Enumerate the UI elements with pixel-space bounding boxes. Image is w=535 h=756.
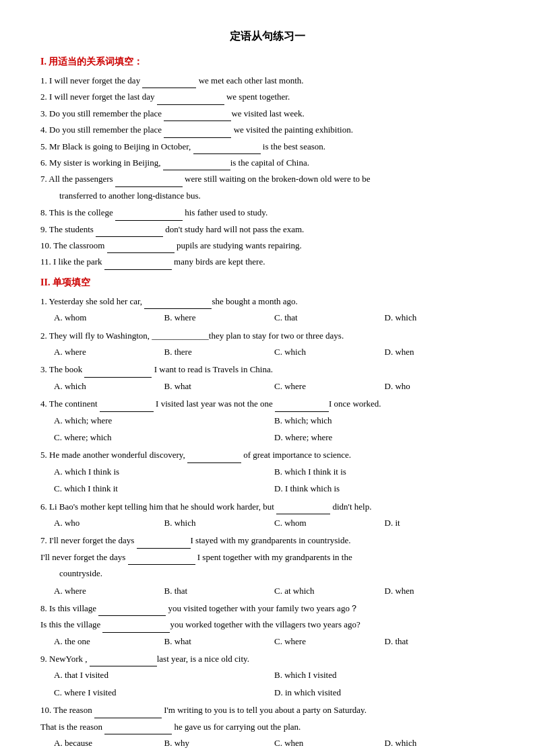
q2-5: 5. He made another wonderful discovery, … [40,447,495,496]
blank [128,555,195,565]
blank [193,145,261,154]
options-row: A. the one B. what C. where D. that [54,633,495,649]
options-row: C. where; which D. where; where [54,429,495,445]
q1-5: 5. Mr Black is going to Beijing in Octob… [40,139,495,154]
blank [94,709,162,718]
options-row: C. where I visited D. in which visited [54,685,495,700]
blank [137,539,191,549]
blank [107,244,175,253]
options-row: A. that I visited B. which I visited [54,667,495,683]
blank [104,725,172,734]
blank [157,96,224,105]
blank [104,261,172,270]
q1-1: 1. I will never forget the day we met ea… [40,73,495,88]
options-row: A. which I think is B. which I think it … [54,464,495,479]
q1-11: 11. I like the park many birds are kept … [40,254,495,269]
options-row: A. because B. why C. when D. which [54,735,495,751]
blank [115,178,183,187]
q1-9: 9. The students don't study hard will no… [40,221,495,237]
q2-10: 10. The reason I'm writing to you is to … [40,702,495,751]
q2-9: 9. NewYork , last year, is a nice old ci… [40,651,495,700]
options-row: A. which; where B. which; which [54,413,495,428]
options-row: A. where B. there C. which D. when [54,344,495,359]
blank [98,607,166,616]
q1-4: 4. Do you still remember the place we vi… [40,122,495,137]
blank [275,403,329,412]
blank [164,112,231,121]
q2-3: 3. The book I want to read is Travels in… [40,362,495,394]
section2: II. 单项填空 1. Yesterday she sold her car, … [40,274,495,756]
q2-1: 1. Yesterday she sold her car, she bough… [40,294,495,326]
blank [96,228,163,237]
blank [100,403,154,412]
options-row: A. which B. what C. where D. who [54,378,495,394]
options-row: C. which I think it D. I think which is [54,481,495,496]
q1-10: 10. The classroom pupils are studying wa… [40,238,495,253]
q2-7: 7. I'll never forget the days I stayed w… [40,532,495,598]
page-title: 定语从句练习一 [40,27,495,46]
q2-11: 11. It was an exciting moment for these … [40,753,495,756]
q1-2: 2. I will never forget the last day we s… [40,89,495,104]
blank [276,505,330,514]
q1-7: 7. All the passengers were still waiting… [40,171,495,186]
q1-3: 3. Do you still remember the place we vi… [40,106,495,121]
q2-2: 2. They will fly to Washington, ________… [40,328,495,360]
options-row: A. whom B. where C. that D. which [54,310,495,325]
section1-questions: 1. I will never forget the day we met ea… [40,73,495,270]
q1-7-cont: transferred to another long-distance bus… [59,188,495,203]
q1-6: 6. My sister is working in Beijing, is t… [40,155,495,170]
options-row: A. who B. which C. whom D. it [54,515,495,530]
blank [142,79,196,88]
q2-4: 4. The continent I visited last year was… [40,396,495,445]
q2-8: 8. Is this village you visited together … [40,600,495,649]
blank [90,657,157,666]
blank [115,211,183,221]
q2-6: 6. Li Bao's mother kept telling him that… [40,499,495,531]
blank [84,368,152,378]
q1-8: 8. This is the college his father used t… [40,205,495,220]
blank [144,300,212,309]
blank [187,454,241,463]
section1-header: I. 用适当的关系词填空： [40,53,495,70]
options-row: A. where B. that C. at which D. when [54,583,495,598]
section2-header: II. 单项填空 [40,274,495,291]
blank [163,161,230,170]
blank [102,623,170,633]
blank [164,129,231,138]
